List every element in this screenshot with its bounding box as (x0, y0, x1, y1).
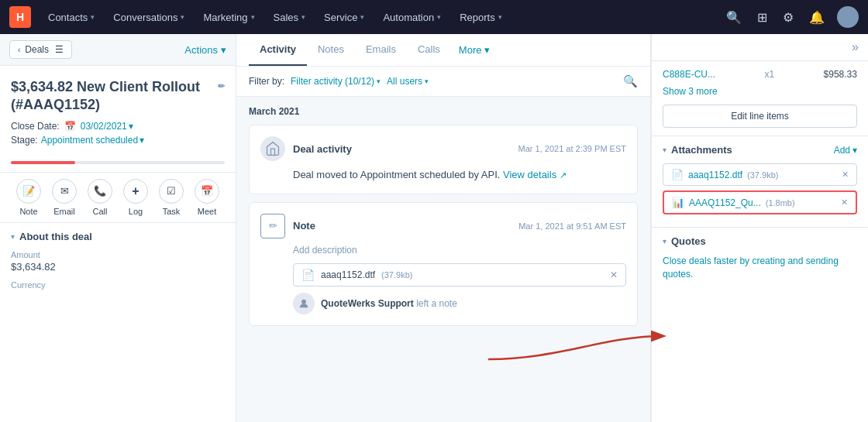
expand-button[interactable]: » (652, 34, 868, 61)
attachment-1-size: (37.9kb) (747, 170, 778, 180)
note-icon: 📝 (16, 179, 41, 204)
chevron-down-icon: ▾ (425, 77, 429, 85)
tabs-bar: Activity Notes Emails Calls More ▾ (236, 34, 650, 67)
chevron-down-icon: ▾ (11, 232, 15, 241)
activity-body: Deal moved to Appointment scheduled by A… (260, 167, 626, 183)
svg-point-0 (301, 299, 306, 304)
stage-value[interactable]: Appointment scheduled ▾ (41, 135, 144, 146)
note-card: ✏ Note Mar 1, 2021 at 9:51 AM EST Add de… (249, 202, 638, 326)
show-more-link[interactable]: Show 3 more (663, 86, 857, 97)
user-avatar[interactable] (837, 6, 859, 28)
settings-icon[interactable]: ⚙ (777, 5, 800, 29)
email-action[interactable]: ✉ Email (52, 179, 77, 216)
hubspot-logo[interactable]: H (9, 6, 31, 28)
tab-notes[interactable]: Notes (307, 34, 355, 66)
deal-meta: Close Date: 📅 03/02/2021 ▾ Stage: Appoin… (11, 121, 225, 146)
about-toggle[interactable]: ▾ About this deal (11, 231, 225, 242)
nav-service[interactable]: Service ▾ (316, 9, 372, 26)
stage-label: Stage: (11, 135, 38, 146)
filter-label: Filter by: (249, 76, 284, 87)
chevron-down-icon: ▾ (360, 13, 364, 21)
attachment-1-name[interactable]: aaaq1152.dtf (688, 170, 742, 180)
tab-more[interactable]: More ▾ (451, 35, 498, 65)
top-navigation: H Contacts ▾ Conversations ▾ Marketing ▾… (0, 0, 868, 34)
note-description[interactable]: Add description (260, 245, 626, 256)
remove-attachment-2-icon[interactable]: ✕ (841, 197, 848, 208)
all-users-filter[interactable]: All users ▾ (387, 76, 429, 87)
chevron-down-icon: ▾ (663, 237, 666, 245)
attachments-toggle[interactable]: ▾ Attachments (663, 144, 732, 156)
log-action[interactable]: + Log (123, 179, 148, 216)
deals-back-button[interactable]: ‹ Deals ☰ (9, 40, 72, 59)
nav-automation[interactable]: Automation ▾ (375, 9, 449, 26)
quotes-header: ▾ Quotes (663, 235, 857, 247)
attachment-2-size: (1.8mb) (766, 198, 795, 208)
nav-contacts[interactable]: Contacts ▾ (40, 9, 102, 26)
activity-title: Deal activity (293, 143, 352, 155)
actions-label: Actions (184, 44, 218, 56)
search-icon[interactable]: 🔍 (720, 5, 748, 29)
edit-line-items-button[interactable]: Edit line items (663, 105, 857, 128)
deals-label: Deals (25, 44, 49, 55)
remove-attachment-icon[interactable]: ✕ (610, 269, 618, 280)
filter-activity-button[interactable]: Filter activity (10/12) ▾ (291, 76, 381, 87)
chevron-down-icon: ▾ (437, 13, 441, 21)
note-label: Note (19, 207, 37, 216)
quoteworks-text: QuoteWerks Support left a note (321, 298, 457, 309)
close-date-label: Close Date: (11, 121, 60, 132)
notifications-icon[interactable]: 🔔 (803, 5, 831, 29)
note-attachment: 📄 aaaq1152.dtf (37.9kb) ✕ (293, 263, 626, 286)
center-panel: Activity Notes Emails Calls More ▾ Filte… (236, 34, 651, 422)
attachment-left: 📄 aaaq1152.dtf (37.9kb) (301, 269, 412, 281)
note-edit-icon: ✏ (260, 214, 285, 238)
amount-label: Amount (11, 250, 225, 259)
edit-icon[interactable]: ✏ (218, 81, 225, 91)
chevron-down-icon: ▾ (140, 135, 144, 146)
attachment-2-name[interactable]: AAAQ1152_Qu... (689, 197, 761, 208)
nav-reports[interactable]: Reports ▾ (452, 9, 510, 26)
meet-action[interactable]: 📅 Meet (195, 179, 219, 216)
chevron-down-icon: ▾ (852, 145, 857, 156)
tab-calls[interactable]: Calls (407, 34, 451, 66)
chevron-down-icon: ▾ (301, 13, 305, 21)
quoteworks-row: QuoteWerks Support left a note (260, 293, 626, 314)
search-activity-icon[interactable]: 🔍 (623, 74, 638, 88)
nav-sales[interactable]: Sales ▾ (266, 9, 314, 26)
tab-emails[interactable]: Emails (355, 34, 407, 66)
quotes-toggle[interactable]: ▾ Quotes (663, 235, 706, 247)
line-item-code[interactable]: C888E-CU... (663, 69, 715, 80)
stage-progress-bar (11, 161, 225, 164)
quotes-section: ▾ Quotes Close deals faster by creating … (652, 228, 868, 289)
expand-icon: » (852, 40, 859, 54)
task-action[interactable]: ☑ Task (159, 179, 184, 216)
nav-marketing[interactable]: Marketing ▾ (195, 9, 262, 26)
file-icon: 📄 (301, 269, 315, 281)
email-icon: ✉ (52, 179, 77, 204)
call-icon: 📞 (88, 179, 112, 204)
actions-button[interactable]: Actions ▾ (184, 44, 226, 56)
note-title: Note (293, 220, 315, 232)
quotes-description[interactable]: Close deals faster by creating and sendi… (663, 255, 857, 281)
nav-conversations[interactable]: Conversations ▾ (105, 9, 192, 26)
view-details-link[interactable]: View details (503, 169, 556, 180)
list-icon: ☰ (55, 44, 64, 55)
attachments-header: ▾ Attachments Add ▾ (663, 144, 857, 156)
tab-activity[interactable]: Activity (249, 34, 307, 66)
remove-attachment-1-icon[interactable]: ✕ (842, 170, 849, 180)
line-item-row: C888E-CU... x1 $958.33 (663, 69, 857, 80)
quoteworks-avatar (293, 293, 315, 314)
calendar-icon: 📅 (64, 121, 76, 132)
email-label: Email (53, 207, 75, 216)
call-label: Call (93, 207, 108, 216)
note-action[interactable]: 📝 Note (16, 179, 41, 216)
meet-icon: 📅 (195, 179, 219, 204)
call-action[interactable]: 📞 Call (88, 179, 112, 216)
marketplace-icon[interactable]: ⊞ (751, 5, 773, 29)
close-date-value[interactable]: 03/02/2021 ▾ (81, 121, 133, 132)
add-attachment-button[interactable]: Add ▾ (834, 145, 857, 156)
task-label: Task (163, 207, 181, 216)
note-title-icon: ✏ Note (260, 214, 315, 238)
line-item-price: $958.33 (824, 69, 857, 80)
attachment-filesize: (37.9kb) (381, 270, 412, 280)
att-left-1: 📄 aaaq1152.dtf (37.9kb) (671, 169, 778, 180)
